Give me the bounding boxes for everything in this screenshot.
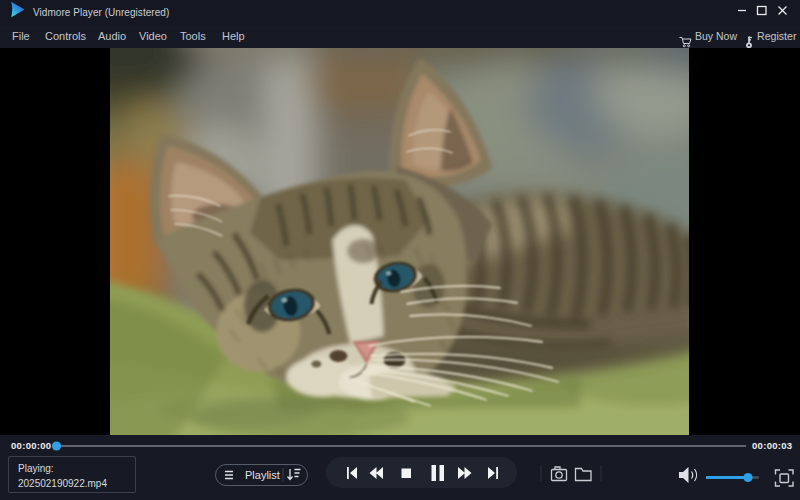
svg-text:Playlist: Playlist: [245, 469, 280, 481]
